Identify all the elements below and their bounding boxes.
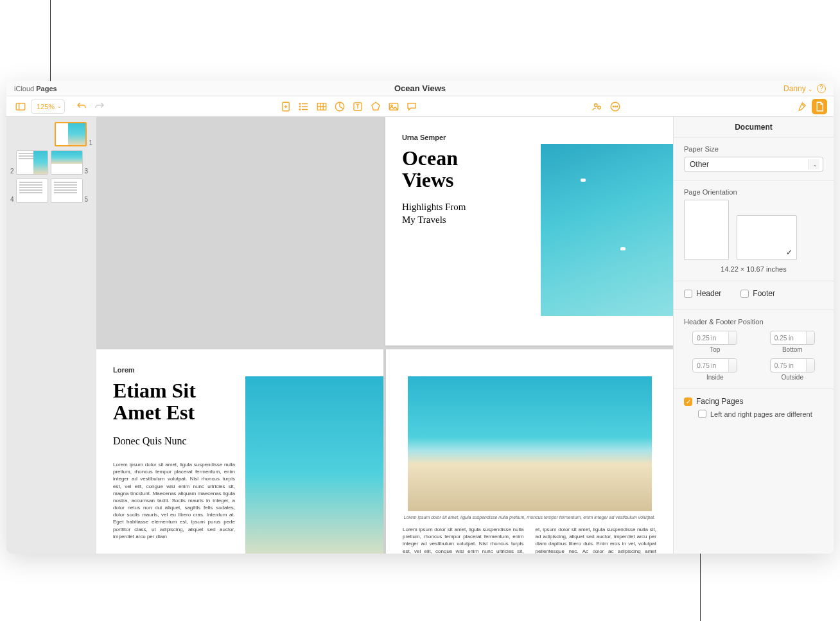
add-page-icon[interactable]	[278, 99, 293, 114]
page-thumbnails-panel: 1 2 3 4 5	[6, 117, 96, 554]
insert-chart-icon[interactable]	[332, 99, 347, 114]
document-title: Ocean Views	[135, 83, 705, 93]
svg-point-20	[595, 103, 598, 107]
insert-shape-icon[interactable]	[368, 99, 383, 114]
footer-checkbox-label: Footer	[753, 289, 775, 298]
top-margin-stepper[interactable]: 0.25 in	[692, 331, 737, 345]
insert-text-icon[interactable]	[350, 99, 365, 114]
page-header-text: Lorem	[113, 366, 367, 374]
collaborate-icon[interactable]	[590, 99, 605, 114]
check-icon: ✓	[786, 248, 792, 257]
insert-comment-icon[interactable]	[404, 99, 419, 114]
svg-point-25	[617, 106, 618, 107]
sidebar-toggle-icon[interactable]	[13, 99, 28, 114]
document-page[interactable]: Lorem Etiam SitAmet Est Donec Quis Nunc …	[96, 349, 383, 554]
thumb-number: 1	[89, 139, 92, 146]
orientation-label: Page Orientation	[684, 188, 823, 196]
page-header-text: Urna Semper	[402, 134, 656, 141]
svg-rect-0	[16, 103, 25, 110]
user-menu[interactable]: Danny ⌄	[783, 84, 813, 93]
toolbar: 125%⌄	[6, 96, 834, 117]
inside-margin-label: Inside	[706, 374, 724, 381]
page-thumbnail[interactable]	[55, 122, 87, 146]
hf-position-label: Header & Footer Position	[684, 318, 823, 326]
page-image[interactable]	[245, 376, 383, 554]
document-page[interactable]: Lorem ipsum dolor sit amet, ligula suspe…	[386, 349, 673, 554]
thumb-number: 3	[85, 168, 89, 175]
app-window: iCloud Pages Ocean Views Danny ⌄ ? 125%⌄	[6, 81, 834, 554]
facing-pages-checkbox[interactable]: ✓	[684, 398, 692, 406]
insert-table-icon[interactable]	[314, 99, 329, 114]
svg-point-23	[613, 106, 615, 107]
thumb-number: 2	[10, 168, 14, 175]
thumb-number: 4	[10, 196, 14, 203]
paper-size-select[interactable]: Other ⌄	[684, 157, 823, 172]
document-page[interactable]: Urna Semper OceanViews Highlights FromMy…	[385, 117, 673, 345]
svg-point-21	[598, 106, 601, 109]
page-thumbnail[interactable]	[16, 179, 48, 203]
svg-point-8	[299, 103, 301, 104]
thumb-number: 5	[85, 196, 89, 203]
document-options-icon[interactable]	[812, 99, 827, 114]
bottom-margin-label: Bottom	[782, 346, 803, 353]
page-thumbnail[interactable]	[16, 150, 48, 175]
lr-different-checkbox[interactable]	[698, 410, 706, 418]
orientation-landscape-button[interactable]: ✓	[737, 215, 797, 260]
help-icon[interactable]: ?	[817, 84, 826, 93]
page-thumbnail[interactable]	[51, 150, 83, 175]
titlebar: iCloud Pages Ocean Views Danny ⌄ ?	[6, 81, 834, 96]
footer-checkbox[interactable]	[740, 290, 749, 298]
page-image[interactable]	[408, 376, 652, 511]
lr-different-label: Left and right pages are different	[710, 410, 812, 419]
svg-point-10	[299, 109, 301, 110]
document-canvas[interactable]: Urna Semper OceanViews Highlights FromMy…	[96, 117, 673, 554]
image-caption: Lorem ipsum dolor sit amet, ligula suspe…	[403, 515, 656, 520]
outside-margin-stepper[interactable]: 0.75 in	[770, 358, 815, 372]
undo-icon[interactable]	[74, 99, 89, 114]
orientation-portrait-button[interactable]	[684, 200, 729, 260]
facing-pages-label: Facing Pages	[696, 397, 743, 406]
paper-size-label: Paper Size	[684, 145, 823, 153]
inspector-tab-document[interactable]: Document	[674, 117, 834, 137]
page-dimensions-text: 14.22 × 10.67 inches	[684, 265, 823, 273]
page-body-text: Lorem ipsum dolor sit amet, ligula suspe…	[113, 461, 235, 540]
page-body-column: et, ipsum dolor sit amet, ligula suspend…	[536, 526, 657, 554]
app-brand: iCloud Pages	[6, 85, 135, 92]
redo-icon[interactable]	[92, 99, 107, 114]
more-icon[interactable]	[608, 99, 623, 114]
insert-image-icon[interactable]	[386, 99, 401, 114]
header-checkbox[interactable]	[684, 290, 692, 298]
insert-list-icon[interactable]	[296, 99, 311, 114]
header-checkbox-label: Header	[696, 289, 721, 298]
format-paintbrush-icon[interactable]	[794, 99, 809, 114]
svg-marker-17	[372, 102, 380, 110]
zoom-select[interactable]: 125%⌄	[31, 100, 65, 114]
svg-point-9	[299, 106, 301, 107]
page-thumbnail[interactable]	[51, 179, 83, 203]
page-body-column: Lorem ipsum dolor sit amet, ligula suspe…	[403, 526, 524, 554]
bottom-margin-stepper[interactable]: 0.25 in	[770, 331, 815, 345]
svg-point-24	[615, 106, 617, 107]
inspector-panel: Document Paper Size Other ⌄ Page Orienta…	[673, 117, 834, 554]
top-margin-label: Top	[710, 346, 720, 353]
inside-margin-stepper[interactable]: 0.75 in	[692, 358, 737, 372]
page-image[interactable]	[541, 144, 673, 316]
outside-margin-label: Outside	[782, 374, 803, 381]
